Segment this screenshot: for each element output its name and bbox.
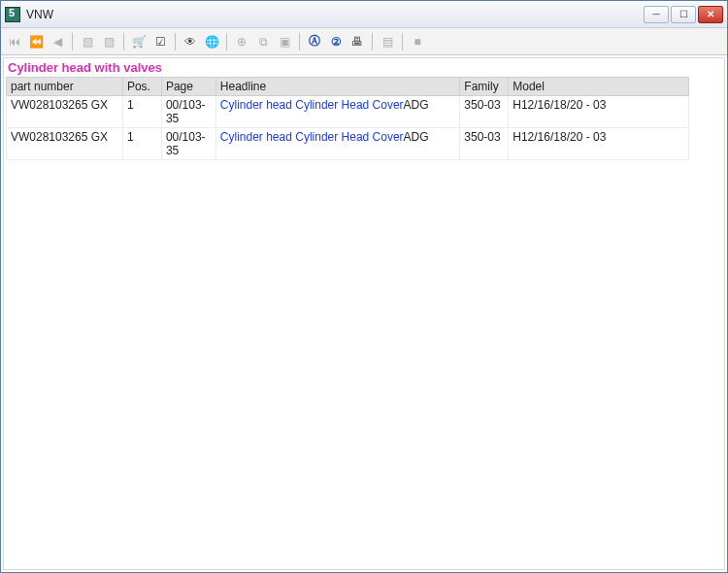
stop-icon: ■ (408, 32, 427, 51)
table-row[interactable]: VW028103265 GX100/103-35Cylinder head Cy… (7, 128, 689, 160)
back-icon: ◀ (48, 32, 67, 51)
headline-tail: ADG (404, 130, 429, 144)
window-icon: ▣ (275, 32, 294, 51)
section-title: Cylinder head with valves (4, 58, 724, 77)
column-page[interactable]: Page (161, 78, 215, 96)
toolbar: ⏮⏪◀▧▨🛒☑👁🌐⊕⧉▣Ⓐ②🖶▤■ (1, 28, 727, 55)
page-prev-icon: ▧ (78, 32, 97, 51)
column-headline[interactable]: Headline (215, 78, 459, 96)
cell-headline: Cylinder head Cylinder Head CoverADG (215, 96, 459, 128)
cell-model: H12/16/18/20 - 03 (509, 96, 689, 128)
cell-family: 350-03 (460, 96, 509, 128)
circle-2-icon[interactable]: ② (326, 32, 346, 51)
toolbar-separator (372, 33, 373, 51)
window-title: VNW (26, 8, 53, 21)
headline-tail: ADG (404, 98, 429, 112)
cart-icon[interactable]: 🛒 (129, 32, 149, 51)
cell-headline: Cylinder head Cylinder Head CoverADG (215, 128, 459, 160)
copy-icon: ⧉ (253, 32, 273, 51)
toolbar-separator (402, 33, 403, 51)
toolbar-separator (299, 33, 300, 51)
column-pos[interactable]: Pos. (122, 78, 161, 96)
circle-a-icon[interactable]: Ⓐ (305, 32, 324, 51)
hide-icon[interactable]: 👁 (181, 32, 200, 51)
page-next-icon: ▨ (99, 32, 118, 51)
column-family[interactable]: Family (460, 78, 509, 96)
checklist-icon[interactable]: ☑ (150, 32, 170, 51)
toolbar-separator (226, 33, 227, 51)
maximize-button[interactable]: ☐ (671, 6, 696, 23)
app-window: VNW ─ ☐ ✕ ⏮⏪◀▧▨🛒☑👁🌐⊕⧉▣Ⓐ②🖶▤■ Cylinder hea… (0, 0, 728, 573)
results-table: part number Pos. Page Headline Family Mo… (6, 77, 689, 160)
toolbar-separator (123, 33, 124, 51)
cell-part-number: VW028103265 GX (7, 128, 123, 160)
headline-link[interactable]: Cylinder head Cylinder Head Cover (220, 130, 404, 144)
minimize-button[interactable]: ─ (644, 6, 669, 23)
column-model[interactable]: Model (509, 78, 689, 96)
cell-page: 00/103-35 (161, 128, 215, 160)
first-icon: ⏮ (5, 32, 24, 51)
headline-link[interactable]: Cylinder head Cylinder Head Cover (220, 98, 404, 112)
close-button[interactable]: ✕ (698, 6, 723, 23)
column-part-number[interactable]: part number (7, 78, 123, 96)
cell-model: H12/16/18/20 - 03 (509, 128, 689, 160)
zoom-in-icon: ⊕ (232, 32, 251, 51)
print-icon[interactable]: 🖶 (347, 32, 367, 51)
cell-family: 350-03 (460, 128, 509, 160)
cell-page: 00/103-35 (161, 96, 215, 128)
cell-pos: 1 (122, 128, 161, 160)
table-header-row: part number Pos. Page Headline Family Mo… (7, 78, 689, 96)
toolbar-separator (175, 33, 176, 51)
content-area: Cylinder head with valves part number Po… (3, 57, 725, 570)
fast-back-icon: ⏪ (26, 32, 46, 51)
cell-pos: 1 (122, 96, 161, 128)
app-icon (5, 7, 20, 22)
note-icon: ▤ (378, 32, 397, 51)
titlebar: VNW ─ ☐ ✕ (1, 1, 727, 28)
globe-icon[interactable]: 🌐 (202, 32, 221, 51)
toolbar-separator (72, 33, 73, 51)
table-row[interactable]: VW028103265 GX100/103-35Cylinder head Cy… (7, 96, 689, 128)
cell-part-number: VW028103265 GX (7, 96, 123, 128)
